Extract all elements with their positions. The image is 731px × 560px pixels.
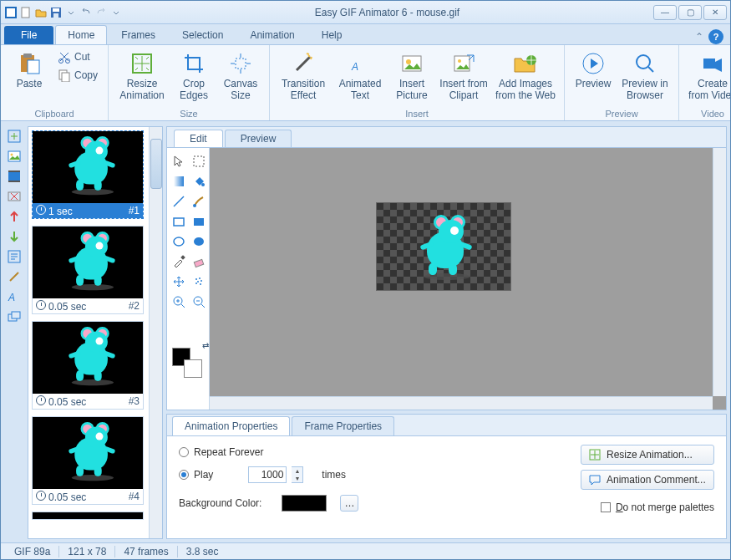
- close-button[interactable]: ✕: [703, 5, 727, 20]
- canvas-scrollbar-h[interactable]: [210, 396, 713, 410]
- qat-more-icon[interactable]: [109, 6, 123, 19]
- minimize-button[interactable]: —: [653, 5, 677, 20]
- tool-frame-add-icon[interactable]: [6, 128, 23, 145]
- tool-arrow-down-icon[interactable]: [6, 228, 23, 245]
- folder-web-icon: [512, 50, 539, 77]
- tool-spray-icon[interactable]: [190, 273, 207, 290]
- tab-frame-properties[interactable]: Frame Properties: [292, 416, 394, 435]
- color-swatches[interactable]: ⇄: [172, 341, 209, 378]
- titlebar: Easy GIF Animator 6 - mouse.gif — ▢ ✕: [1, 1, 730, 24]
- tool-zoom-in-icon[interactable]: [170, 293, 187, 310]
- bgcolor-swatch[interactable]: [282, 495, 327, 512]
- ribbon-tabs: File Home Frames Selection Animation Hel…: [1, 24, 730, 44]
- preview-browser-button[interactable]: Preview in Browser: [618, 48, 672, 104]
- background-color[interactable]: [184, 359, 202, 378]
- group-preview-label: Preview: [571, 108, 672, 119]
- canvas-frame[interactable]: [377, 203, 510, 290]
- svg-point-26: [11, 154, 13, 156]
- undo-icon[interactable]: [79, 6, 93, 19]
- animated-text-button[interactable]: AAnimated Text: [333, 48, 387, 104]
- maximize-button[interactable]: ▢: [678, 5, 702, 20]
- add-from-web-button[interactable]: Add Images from the Web: [494, 48, 557, 104]
- tool-brush-icon[interactable]: [190, 193, 207, 210]
- ribbon-collapse-icon[interactable]: ⌃: [695, 31, 703, 43]
- checkbox-merge-palettes[interactable]: [601, 502, 611, 512]
- tab-preview[interactable]: Preview: [225, 130, 292, 147]
- tool-layers-icon[interactable]: [6, 308, 23, 325]
- tool-rect-icon[interactable]: [170, 213, 187, 230]
- transition-effect-button[interactable]: Transition Effect: [277, 48, 330, 104]
- frame-item-2[interactable]: 0.05 sec#2: [32, 226, 144, 314]
- play-count-spinner[interactable]: ▲▼: [292, 466, 303, 483]
- tool-fill-icon[interactable]: [190, 173, 207, 190]
- copy-button[interactable]: Copy: [54, 67, 101, 84]
- open-icon[interactable]: [34, 6, 48, 19]
- tool-text-icon[interactable]: A: [6, 288, 23, 305]
- tool-eyedropper-icon[interactable]: [170, 253, 187, 270]
- resize-animation-side-button[interactable]: Resize Animation...: [581, 445, 714, 465]
- tab-edit[interactable]: Edit: [174, 130, 223, 147]
- frame-item-1[interactable]: 1 sec#1: [32, 130, 144, 219]
- new-icon[interactable]: [19, 6, 33, 19]
- svg-point-45: [195, 278, 197, 280]
- tab-frames[interactable]: Frames: [109, 25, 168, 44]
- tool-ellipse-icon[interactable]: [170, 233, 187, 250]
- canvas-size-button[interactable]: Canvas Size: [219, 48, 262, 104]
- create-from-video-button[interactable]: Create from Video: [686, 48, 731, 104]
- swap-colors-icon[interactable]: ⇄: [202, 341, 209, 350]
- tool-marquee-icon[interactable]: [190, 153, 207, 170]
- bgcolor-picker-button[interactable]: …: [340, 495, 358, 512]
- redo-icon[interactable]: [94, 6, 108, 19]
- tab-animation-properties[interactable]: Animation Properties: [172, 416, 290, 435]
- tool-delete-icon[interactable]: [6, 188, 23, 205]
- file-menu[interactable]: File: [4, 26, 53, 44]
- svg-rect-43: [180, 255, 185, 260]
- tab-help[interactable]: Help: [309, 25, 355, 44]
- play-count-input[interactable]: 1000: [248, 466, 287, 483]
- tool-ellipse-fill-icon[interactable]: [190, 233, 207, 250]
- crop-edges-button[interactable]: Crop Edges: [172, 48, 216, 104]
- tool-wand-icon[interactable]: [6, 268, 23, 285]
- save-icon[interactable]: [49, 6, 63, 19]
- tool-filmstrip-icon[interactable]: [6, 168, 23, 185]
- tool-eraser-icon[interactable]: [190, 253, 207, 270]
- insert-clipart-button[interactable]: Insert from Clipart: [437, 48, 490, 104]
- tool-frame-image-icon[interactable]: [6, 148, 23, 165]
- tool-pointer-icon[interactable]: [170, 153, 187, 170]
- comment-icon: [588, 473, 602, 486]
- editor-tabs: Edit Preview: [167, 127, 726, 147]
- resize-side-label: Resize Animation...: [607, 449, 693, 461]
- radio-repeat-forever[interactable]: [179, 447, 189, 457]
- frame-scrollbar[interactable]: [149, 127, 162, 538]
- frame-item-4[interactable]: 0.05 sec#4: [32, 416, 144, 505]
- group-preview: Preview Preview in Browser Preview: [565, 45, 679, 120]
- resize-animation-button[interactable]: Resize Animation: [115, 48, 169, 104]
- comment-label: Animation Comment...: [607, 474, 706, 486]
- insert-picture-button[interactable]: Insert Picture: [390, 48, 434, 104]
- save-dropdown-icon[interactable]: [64, 6, 78, 19]
- animation-comment-button[interactable]: Animation Comment...: [581, 470, 714, 490]
- frame-item-3[interactable]: 0.05 sec#3: [32, 321, 144, 410]
- preview-button[interactable]: Preview: [571, 48, 615, 92]
- radio-play-times[interactable]: [179, 470, 189, 480]
- svg-point-41: [174, 237, 184, 246]
- tool-rect-fill-icon[interactable]: [190, 213, 207, 230]
- tool-arrow-up-icon[interactable]: [6, 208, 23, 225]
- help-icon[interactable]: ?: [708, 29, 723, 44]
- tool-line-icon[interactable]: [170, 193, 187, 210]
- canvas-area[interactable]: [209, 148, 726, 410]
- paste-button[interactable]: Paste: [8, 48, 51, 92]
- tab-home[interactable]: Home: [55, 25, 107, 44]
- cut-button[interactable]: Cut: [54, 48, 101, 65]
- times-label: times: [322, 469, 346, 481]
- tool-zoom-out-icon[interactable]: [190, 293, 207, 310]
- tool-properties-icon[interactable]: [6, 248, 23, 265]
- svg-point-17: [406, 59, 411, 64]
- tab-animation[interactable]: Animation: [237, 25, 307, 44]
- svg-point-22: [637, 55, 650, 69]
- tool-gradient-icon[interactable]: [170, 173, 187, 190]
- tool-move-icon[interactable]: [170, 273, 187, 290]
- canvas-scrollbar-v[interactable]: [713, 148, 726, 396]
- tab-selection[interactable]: Selection: [170, 25, 236, 44]
- svg-rect-44: [194, 259, 203, 267]
